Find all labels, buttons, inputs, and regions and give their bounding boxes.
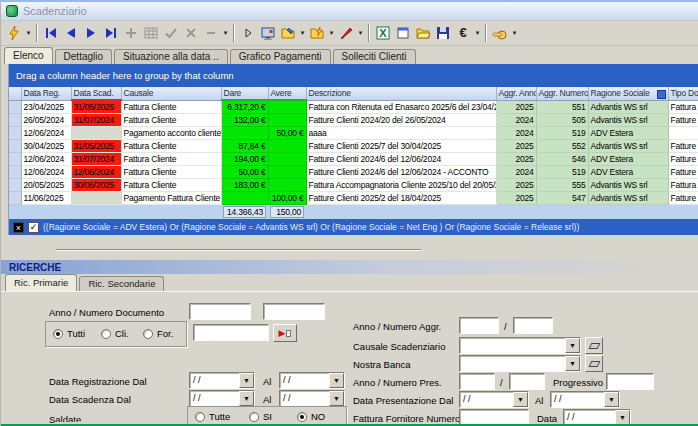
save-button-icon[interactable] bbox=[433, 23, 453, 43]
export-edit-dropdown[interactable]: ▾ bbox=[298, 23, 307, 43]
soggetto-codice-input[interactable] bbox=[193, 324, 269, 341]
euro-button-icon[interactable]: € bbox=[453, 23, 473, 43]
tab-dettaglio[interactable]: Dettaglio bbox=[55, 49, 112, 64]
radio-saldate-tutte[interactable]: Tutte bbox=[195, 411, 230, 422]
navigator-first-button-icon[interactable] bbox=[41, 23, 61, 43]
col-header-ragione-sociale[interactable]: Ragione Sociale bbox=[588, 87, 668, 100]
cell-ragione-sociale: Advantis WS srl bbox=[588, 113, 668, 126]
label-anno-numero-documento: Anno / Numero Documento bbox=[49, 307, 164, 318]
data-registrazione-dal-combo[interactable]: / /▼ bbox=[189, 372, 255, 389]
tab-solleciti-clienti[interactable]: Solleciti Clienti bbox=[333, 49, 416, 64]
open-button-icon[interactable] bbox=[413, 23, 433, 43]
cell-data-scad: 31/07/2024 bbox=[71, 152, 121, 165]
cell-dare: 183,00 € bbox=[221, 178, 268, 191]
group-by-bar[interactable]: Drag a column header here to group by th… bbox=[9, 64, 698, 87]
causale-scadenziario-combo[interactable]: ▼ bbox=[459, 337, 581, 354]
chevron-down-icon: ▼ bbox=[565, 338, 580, 353]
table-row[interactable]: 11/06/2025Pagamento Fattura Cliente100,0… bbox=[9, 191, 698, 204]
cell-avere: 50,00 € bbox=[268, 126, 306, 139]
anno-pres-input[interactable] bbox=[459, 373, 495, 390]
radio-saldate-no[interactable]: NO bbox=[297, 411, 325, 422]
radio-soggetto-cli[interactable]: Cli. bbox=[101, 328, 129, 339]
data-presentazione-dal-combo[interactable]: / /▼ bbox=[459, 391, 529, 408]
filter-enabled-checkbox[interactable]: ✓ bbox=[28, 222, 39, 233]
hand-select-button-icon[interactable] bbox=[490, 23, 510, 43]
progressivo-input[interactable] bbox=[606, 373, 654, 390]
col-header-aggr-anno[interactable]: Aggr. Anno bbox=[496, 87, 536, 100]
numero-pres-input[interactable] bbox=[509, 373, 545, 390]
numero-aggr-input[interactable] bbox=[513, 317, 553, 334]
table-row[interactable]: 20/05/202530/06/2025Fattura Cliente183,0… bbox=[9, 178, 698, 191]
run-button-icon[interactable] bbox=[238, 23, 258, 43]
svg-text:X: X bbox=[379, 27, 387, 39]
col-header-aggr-numero[interactable]: Aggr. Numero bbox=[536, 87, 588, 100]
cell-tipo-doc: Fatture Cl bbox=[668, 191, 698, 204]
col-header-descrizione[interactable]: Descrizione bbox=[306, 87, 496, 100]
table-row[interactable]: 12/06/202412/06/2024Fattura Cliente50,00… bbox=[9, 165, 698, 178]
add-record-button-icon[interactable] bbox=[121, 23, 141, 43]
row-indicator-header[interactable] bbox=[9, 87, 21, 100]
navigator-next-button-icon[interactable] bbox=[81, 23, 101, 43]
group-by-hint: Drag a column header here to group by th… bbox=[16, 70, 234, 81]
confirm-button-icon[interactable] bbox=[161, 23, 181, 43]
radio-saldate-si[interactable]: SI bbox=[249, 411, 272, 422]
export-edit-button-icon[interactable] bbox=[278, 23, 298, 43]
col-header-dare[interactable]: Dare bbox=[221, 87, 268, 100]
col-header-tipo-doc[interactable]: Tipo Doc bbox=[668, 87, 698, 100]
export-quick-button-icon[interactable] bbox=[307, 23, 327, 43]
anno-aggr-input[interactable] bbox=[459, 317, 499, 334]
data-registrazione-al-combo[interactable]: / /▼ bbox=[279, 372, 345, 389]
record-actions-dropdown[interactable]: ▾ bbox=[221, 23, 230, 43]
data-scadenza-dal-combo[interactable]: / /▼ bbox=[189, 390, 255, 407]
total-dare: 14.366,43 bbox=[223, 206, 266, 218]
view-layout-button-icon[interactable] bbox=[258, 23, 278, 43]
table-row[interactable]: 26/05/202431/07/2024Fattura Cliente132,0… bbox=[9, 113, 698, 126]
execute-query-dropdown[interactable]: ▾ bbox=[24, 23, 33, 43]
edit-grid-button-icon[interactable] bbox=[141, 23, 161, 43]
cell-aggr-numero: 555 bbox=[536, 178, 588, 191]
tab-ric-secondarie[interactable]: Ric. Secondarie bbox=[79, 276, 164, 291]
row-indicator bbox=[9, 191, 21, 204]
hand-select-dropdown[interactable]: ▾ bbox=[510, 23, 519, 43]
tab-ric-primarie[interactable]: Ric. Primarie bbox=[5, 274, 77, 291]
data-scadenza-al-combo[interactable]: / /▼ bbox=[279, 390, 345, 407]
table-row[interactable]: 12/06/202431/07/2024Fattura Cliente194,0… bbox=[9, 152, 698, 165]
anno-documento-input[interactable] bbox=[189, 303, 251, 320]
row-indicator bbox=[9, 113, 21, 126]
execute-query-button-icon[interactable] bbox=[4, 23, 24, 43]
ricerche-tab-strip: Ric. Primarie Ric. Secondarie bbox=[1, 274, 698, 291]
table-row[interactable]: 30/04/202531/05/2025Fattura Cliente87,84… bbox=[9, 139, 698, 152]
form-view-button-icon[interactable] bbox=[393, 23, 413, 43]
cancel-button-icon[interactable] bbox=[181, 23, 201, 43]
cell-dare: 6.317,20 € bbox=[221, 100, 268, 113]
cell-aggr-numero: 551 bbox=[536, 100, 588, 113]
table-row[interactable]: 12/06/2024Pagamento acconto cliente50,00… bbox=[9, 126, 698, 139]
filter-close-button[interactable]: × bbox=[13, 222, 24, 233]
col-header-avere[interactable]: Avere bbox=[268, 87, 306, 100]
radio-soggetto-tutti[interactable]: Tutti bbox=[53, 328, 85, 339]
soggetto-lookup-button[interactable]: ▶ bbox=[273, 324, 297, 342]
euro-dropdown[interactable]: ▾ bbox=[473, 23, 482, 43]
tab-situazione-alla-data[interactable]: Situazione alla data .. bbox=[114, 49, 228, 64]
navigator-last-button-icon[interactable] bbox=[101, 23, 121, 43]
export-quick-dropdown[interactable]: ▾ bbox=[327, 23, 336, 43]
column-filter-icon[interactable] bbox=[657, 90, 666, 99]
col-header-causale[interactable]: Causale bbox=[121, 87, 221, 100]
excel-export-button-icon[interactable]: X bbox=[373, 23, 393, 43]
format-brush-dropdown[interactable]: ▾ bbox=[356, 23, 365, 43]
tab-grafico-pagamenti[interactable]: Grafico Pagamenti bbox=[230, 49, 331, 64]
radio-soggetto-for[interactable]: For. bbox=[143, 328, 173, 339]
splitter-handle[interactable] bbox=[56, 249, 421, 251]
clear-banca-button[interactable] bbox=[585, 355, 603, 372]
tab-elenco[interactable]: Elenco bbox=[4, 47, 53, 64]
table-row[interactable]: 23/04/202531/05/2025Fattura Cliente6.317… bbox=[9, 100, 698, 113]
delete-record-button-icon[interactable] bbox=[201, 23, 221, 43]
col-header-data-reg[interactable]: Data Reg. bbox=[21, 87, 71, 100]
clear-causale-button[interactable] bbox=[585, 337, 603, 354]
numero-documento-input[interactable] bbox=[263, 303, 325, 320]
format-brush-button-icon[interactable] bbox=[336, 23, 356, 43]
nostra-banca-combo[interactable]: ▼ bbox=[459, 355, 581, 372]
data-presentazione-al-combo[interactable]: / /▼ bbox=[550, 391, 620, 408]
navigator-prev-button-icon[interactable] bbox=[61, 23, 81, 43]
col-header-data-scad[interactable]: Data Scad. bbox=[71, 87, 121, 100]
